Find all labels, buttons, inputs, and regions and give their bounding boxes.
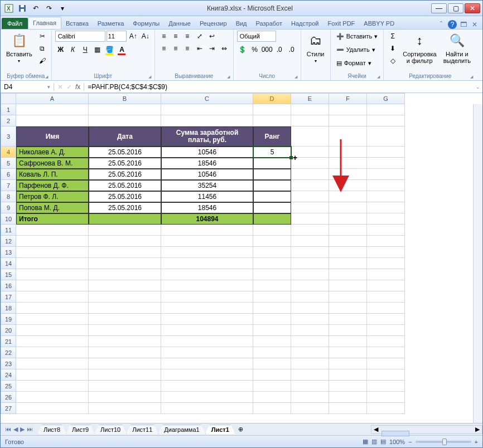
cell-C13[interactable]: [161, 247, 253, 258]
cell-B2[interactable]: [89, 115, 161, 126]
sheet-tab-Лист10[interactable]: Лист10: [94, 425, 127, 434]
minimize-ribbon-icon[interactable]: ˆ: [437, 20, 446, 29]
tab-formulas[interactable]: Формулы: [128, 18, 164, 29]
cell-F26[interactable]: [329, 392, 367, 403]
cell-B16[interactable]: [89, 280, 161, 291]
border-icon[interactable]: ▦: [92, 44, 103, 55]
sheet-tab-Лист8[interactable]: Лист8: [37, 425, 66, 434]
cell-E9[interactable]: [291, 202, 329, 213]
cell-C1[interactable]: [161, 104, 253, 115]
cell-D8[interactable]: [253, 191, 291, 202]
cell-E2[interactable]: [291, 115, 329, 126]
cell-C19[interactable]: [161, 314, 253, 325]
help-icon[interactable]: ?: [448, 20, 457, 29]
cell-B27[interactable]: [89, 403, 161, 414]
maximize-button[interactable]: ▢: [448, 3, 463, 13]
cell-E26[interactable]: [291, 392, 329, 403]
undo-icon[interactable]: ↶: [30, 3, 42, 14]
cell-B3[interactable]: Дата: [89, 126, 161, 147]
enter-formula-icon[interactable]: ✓: [66, 83, 72, 91]
cell-A12[interactable]: [16, 236, 89, 247]
cell-D13[interactable]: [253, 247, 291, 258]
cell-B21[interactable]: [89, 336, 161, 347]
cell-D23[interactable]: [253, 358, 291, 369]
cell-C7[interactable]: 35254: [161, 180, 253, 191]
cell-G17[interactable]: [367, 291, 405, 303]
cell-B14[interactable]: [89, 258, 161, 269]
col-header-D[interactable]: D: [253, 93, 291, 104]
styles-button[interactable]: 🗂 Стили ▾: [305, 31, 327, 65]
tab-review[interactable]: Рецензир: [195, 18, 231, 29]
cell-D1[interactable]: [253, 104, 291, 115]
cell-G25[interactable]: [367, 381, 405, 392]
cell-F18[interactable]: [329, 303, 367, 314]
tab-layout[interactable]: Разметка: [93, 18, 129, 29]
increase-decimal-icon[interactable]: .0: [274, 44, 285, 55]
cell-A25[interactable]: [16, 381, 89, 392]
cell-B19[interactable]: [89, 314, 161, 325]
row-header-4[interactable]: 4: [1, 147, 16, 158]
align-top-icon[interactable]: ≡: [158, 31, 170, 42]
cell-D11[interactable]: [253, 225, 291, 236]
cell-E27[interactable]: [291, 403, 329, 414]
cell-C4[interactable]: 10546: [161, 147, 253, 158]
cell-F14[interactable]: [329, 258, 367, 269]
cell-A17[interactable]: [16, 291, 89, 303]
cell-G8[interactable]: [367, 191, 405, 202]
cell-D19[interactable]: [253, 314, 291, 325]
cell-C18[interactable]: [161, 303, 253, 314]
minimize-button[interactable]: —: [431, 3, 447, 13]
cell-G2[interactable]: [367, 115, 405, 126]
vertical-scrollbar[interactable]: [473, 104, 482, 423]
cell-C2[interactable]: [161, 115, 253, 126]
insert-cells-button[interactable]: ➕Вставить ▾: [334, 31, 380, 42]
row-header-11[interactable]: 11: [1, 225, 16, 236]
qat-dropdown-icon[interactable]: ▾: [56, 3, 69, 14]
cell-F10[interactable]: [329, 213, 367, 225]
cell-C27[interactable]: [161, 403, 253, 414]
row-header-7[interactable]: 7: [1, 180, 16, 191]
cancel-formula-icon[interactable]: ✕: [57, 83, 63, 91]
cell-D6[interactable]: [253, 169, 291, 180]
cell-A15[interactable]: [16, 269, 89, 280]
sheet-tab-Лист11[interactable]: Лист11: [126, 425, 158, 434]
cell-C11[interactable]: [161, 225, 253, 236]
name-box[interactable]: D4▾: [1, 83, 54, 91]
align-bottom-icon[interactable]: ≡: [182, 31, 193, 42]
cell-B11[interactable]: [89, 225, 161, 236]
sheet-tab-Диаграмма1[interactable]: Диаграмма1: [158, 425, 205, 434]
cell-E24[interactable]: [291, 369, 329, 381]
row-header-16[interactable]: 16: [1, 280, 16, 291]
cell-G14[interactable]: [367, 258, 405, 269]
cell-B22[interactable]: [89, 347, 161, 358]
row-header-10[interactable]: 10: [1, 213, 16, 225]
sheet-nav-first-icon[interactable]: ⏮: [5, 426, 11, 433]
cell-D17[interactable]: [253, 291, 291, 303]
cell-C3[interactable]: Сумма заработной платы, руб.: [161, 126, 253, 147]
horizontal-scrollbar[interactable]: ◀ ▶: [371, 425, 482, 434]
cell-E22[interactable]: [291, 347, 329, 358]
cell-E15[interactable]: [291, 269, 329, 280]
sheet-nav-last-icon[interactable]: ⏭: [27, 426, 33, 433]
cell-D9[interactable]: [253, 202, 291, 213]
cell-E17[interactable]: [291, 291, 329, 303]
cell-F20[interactable]: [329, 325, 367, 336]
cell-D3[interactable]: Ранг: [253, 126, 291, 147]
cell-F27[interactable]: [329, 403, 367, 414]
cell-A14[interactable]: [16, 258, 89, 269]
wrap-text-icon[interactable]: ↩: [206, 31, 218, 42]
window-restore-icon[interactable]: 🗖: [459, 20, 468, 29]
cell-B24[interactable]: [89, 369, 161, 381]
row-header-2[interactable]: 2: [1, 115, 16, 126]
cell-G7[interactable]: [367, 180, 405, 191]
cell-F22[interactable]: [329, 347, 367, 358]
redo-icon[interactable]: ↷: [43, 3, 55, 14]
cell-G9[interactable]: [367, 202, 405, 213]
cell-C9[interactable]: 18546: [161, 202, 253, 213]
cell-A16[interactable]: [16, 280, 89, 291]
row-header-20[interactable]: 20: [1, 325, 16, 336]
fill-icon[interactable]: ⬇: [387, 43, 398, 54]
row-header-6[interactable]: 6: [1, 169, 16, 180]
cell-G3[interactable]: [367, 126, 405, 147]
cell-G12[interactable]: [367, 236, 405, 247]
